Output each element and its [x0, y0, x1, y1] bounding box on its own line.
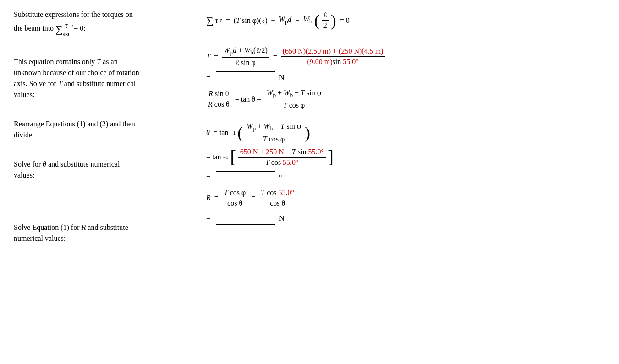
eq1-lparen: (: [314, 12, 320, 29]
eq3-rsin-num: R sin θ: [207, 90, 230, 99]
equation2-row2: = N: [206, 71, 605, 84]
equation1-row: ∑ τ z = (T sin φ)(ℓ) − Wpd − Wb ( ℓ 2 ) …: [206, 11, 605, 30]
eq1-Wb: Wb: [303, 15, 312, 25]
eq5-frac1-den: cos θ: [225, 198, 244, 207]
eq5-frac1: T cos φ cos θ: [222, 189, 247, 207]
eq1-tau-z: τ: [215, 16, 218, 25]
eq2-frac-nums: (650 N)(2.50 m) + (250 N)(4.5 m) (9.00 m…: [281, 47, 385, 66]
section5-text: Solve Equation (1) for R and substitute …: [14, 222, 188, 244]
eq5-N: N: [279, 214, 285, 223]
eq2-den-vals: (9.00 m)sin 55.0°: [306, 57, 361, 66]
eq3-frac-Wp: Wp + Wb − T sin φ T cos φ: [265, 89, 323, 109]
equation4-row3: = °: [206, 171, 605, 184]
eq4-frac2-num: 650 N + 250 N − T sin 55.0°: [238, 148, 326, 158]
eq1-frac-num: ℓ: [322, 11, 329, 21]
eq3-Tcosphi-den: T cos φ: [281, 100, 307, 109]
equation3-row: R sin θ R cos θ = tan θ = Wp + Wb − T si…: [206, 89, 605, 109]
theta-input[interactable]: [216, 171, 275, 184]
eq5-frac2-den: cos θ: [268, 198, 287, 207]
T-input[interactable]: [216, 71, 275, 84]
tau-symbol: τ: [65, 20, 68, 31]
eq4-frac2-den: T cos 55.0°: [263, 158, 301, 167]
equation3-block: R sin θ R cos θ = tan θ = Wp + Wb − T si…: [206, 89, 605, 109]
eq4-frac: Wp + Wb − T sin φ T cos φ: [245, 122, 303, 143]
R-input[interactable]: [216, 212, 275, 225]
eq1-z-sub: z: [219, 17, 222, 24]
equation2-row1: T = Wpd + Wb(ℓ/2) ℓ sin φ = (650 N)(2.50…: [206, 46, 605, 67]
eq4-lbracket: [: [230, 148, 236, 166]
eq1-sigma: ∑: [206, 15, 214, 27]
eq4-frac2: 650 N + 250 N − T sin 55.0° T cos 55.0°: [238, 148, 326, 167]
eq4-eq2: = tan: [206, 153, 221, 161]
eq4-theta: θ: [206, 129, 210, 137]
section1-paragraph: Substitute expressions for the torques o…: [14, 9, 188, 38]
section1-text: Substitute expressions for the torques o…: [14, 9, 188, 38]
eq1-eq2: = 0: [338, 16, 350, 25]
eq4-degree: °: [279, 174, 282, 182]
equation5-block: R = T cos φ cos θ = T cos 55.0° cos θ = …: [206, 189, 605, 225]
equation5-row1: R = T cos φ cos θ = T cos 55.0° cos θ: [206, 189, 605, 207]
equation1-block: ∑ τ z = (T sin φ)(ℓ) − Wpd − Wb ( ℓ 2 ) …: [206, 11, 605, 30]
eq3-rcos-den: R cos θ: [206, 99, 231, 109]
eq1-minus2: −: [294, 16, 301, 25]
eq4-frac-den: T cos φ: [261, 134, 286, 143]
eq3-Wp-num: Wp + Wb − T sin φ: [265, 89, 323, 100]
eq1-eq1: =: [224, 16, 232, 25]
right-column: ∑ τ z = (T sin φ)(ℓ) − Wpd − Wb ( ℓ 2 ) …: [197, 9, 605, 262]
eq2-eq1: =: [212, 53, 220, 61]
equation2-block: T = Wpd + Wb(ℓ/2) ℓ sin φ = (650 N)(2.50…: [206, 46, 605, 84]
eq3-frac-rsin: R sin θ R cos θ: [206, 90, 231, 109]
eq2-frac-main: Wpd + Wb(ℓ/2) ℓ sin φ: [222, 46, 269, 67]
equation4-row2: = tan −1 [ 650 N + 250 N − T sin 55.0° T…: [206, 148, 605, 167]
eq5-frac2-num: T cos 55.0°: [259, 189, 296, 198]
eq5-frac2: T cos 55.0° cos θ: [259, 189, 296, 207]
eq4-lparen: (: [237, 125, 243, 141]
equation5-row2: = N: [206, 212, 605, 225]
eq1-rparen: ): [331, 12, 336, 29]
equation4-row1: θ = tan −1 ( Wp + Wb − T sin φ T cos φ ): [206, 122, 605, 143]
section2-text: This equation contains only T as an unkn…: [14, 56, 188, 100]
eq1-Wpd: Wpd: [279, 15, 292, 25]
eq5-R: R: [206, 194, 211, 202]
section4-paragraph: Solve for θ and substitute numerical val…: [14, 159, 188, 181]
eq5-eq1: =: [213, 194, 220, 202]
eq1-frac-l2: ℓ 2: [322, 11, 329, 30]
eq4-eq1: = tan: [212, 129, 229, 137]
eq4-frac-num: Wp + Wb − T sin φ: [245, 122, 303, 134]
section5-paragraph: Solve Equation (1) for R and substitute …: [14, 222, 188, 244]
equation4-block: θ = tan −1 ( Wp + Wb − T sin φ T cos φ )…: [206, 122, 605, 184]
eq5-eq2: =: [249, 194, 257, 202]
section2-paragraph: This equation contains only T as an unkn…: [14, 56, 188, 100]
eq5-eq3: =: [206, 214, 212, 223]
eq4-neg1b: −1: [223, 154, 229, 160]
eq2-eq2: =: [271, 53, 279, 61]
eq2-N: N: [279, 74, 285, 82]
eq2-num: Wpd + Wb(ℓ/2): [222, 46, 269, 58]
left-column: Substitute expressions for the torques o…: [14, 9, 197, 262]
eq2-den: ℓ sin φ: [234, 58, 257, 67]
ext-subscript: ext: [63, 30, 69, 38]
page-layout: Substitute expressions for the torques o…: [14, 9, 605, 262]
section3-text: Rearrange Equations (1) and (2) and then…: [14, 119, 188, 141]
eq4-rbracket: ]: [328, 148, 334, 166]
eq1-frac-den: 2: [322, 21, 329, 30]
bottom-divider: [14, 272, 605, 272]
eq4-rparen: ): [305, 125, 310, 141]
eq1-minus1: −: [269, 16, 277, 25]
eq4-eq3: =: [206, 174, 212, 182]
eq1-T-sinphi: (T sin φ)(ℓ): [234, 16, 268, 25]
eq3-eq1: = tan θ =: [233, 95, 263, 103]
sigma-icon: ∑: [55, 22, 63, 37]
eq2-T: T: [206, 53, 210, 61]
eq4-neg1: −1: [230, 130, 236, 136]
eq2-eq3: =: [206, 74, 212, 82]
section3-paragraph: Rearrange Equations (1) and (2) and then…: [14, 119, 188, 141]
eq2-num-vals: (650 N)(2.50 m) + (250 N)(4.5 m): [281, 47, 385, 57]
eq5-frac1-num: T cos φ: [222, 189, 247, 198]
section4-text: Solve for θ and substitute numerical val…: [14, 159, 188, 181]
